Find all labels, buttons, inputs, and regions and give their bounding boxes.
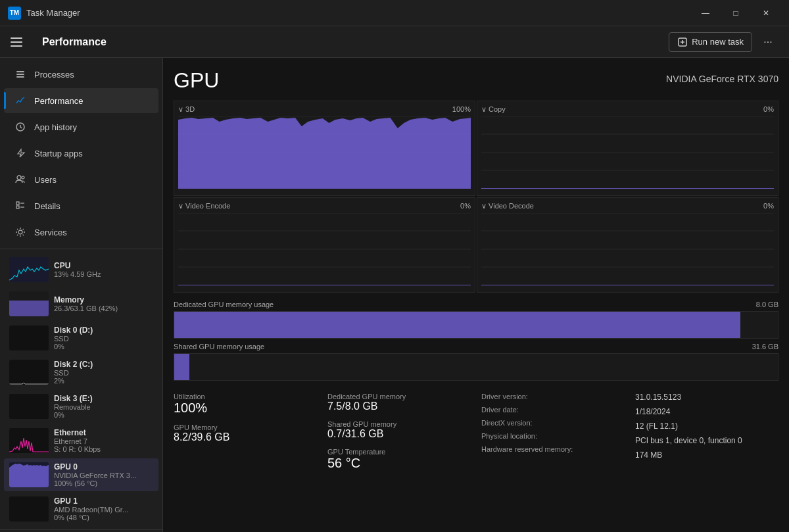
stat-utilization: Utilization 100% [174,393,317,416]
shared-memory-value: 31.6 GB [752,343,778,351]
device-item-disk3[interactable]: Disk 3 (E:) Removable 0% [4,390,158,423]
clock-icon [14,121,26,133]
title-bar: TM Task Manager — □ ✕ [0,0,789,26]
run-icon [677,37,688,47]
disk2-thumbnail [9,360,49,385]
disk3-info: Disk 3 (E:) Removable 0% [54,394,153,419]
stats-grid: Utilization 100% GPU Memory 8.2/39.6 GB … [174,393,778,471]
sidebar-item-details[interactable]: Details [4,193,158,218]
dedicated-memory-section: Dedicated GPU memory usage 8.0 GB [174,301,778,339]
charts-grid: ∨ 3D 100% [174,101,778,293]
svg-point-11 [18,230,22,234]
chart-decode-area [481,213,774,285]
shared-memory-bar [174,353,778,381]
chart-copy-label: ∨ Copy [481,105,506,114]
sidebar: Processes Performance App history [0,58,163,532]
top-bar: Performance Run new task ··· [0,26,789,58]
sidebar-devices: CPU 13% 4.59 GHz Memory 26.3/63.1 GB (42… [0,249,162,529]
main-content: Processes Performance App history [0,58,789,532]
svg-point-5 [17,176,21,180]
details-icon [14,200,26,212]
gpu-header: GPU NVIDIA GeForce RTX 3070 [174,68,778,93]
chart-3d-pct: 100% [452,105,471,114]
svg-marker-13 [9,464,49,487]
chart-3d: ∨ 3D 100% [174,101,475,196]
svg-rect-8 [16,206,19,208]
sidebar-item-services[interactable]: Services [4,220,158,245]
svg-marker-38 [481,285,774,285]
svg-point-6 [22,176,24,179]
gpu-title: GPU [174,68,219,93]
stat-shared-gpu-mem: Shared GPU memory 0.7/31.6 GB [327,420,471,440]
device-item-gpu1[interactable]: GPU 1 AMD Radeon(TM) Gr... 0% (48 °C) [4,493,158,525]
gpu-model: NVIDIA GeForce RTX 3070 [666,74,778,84]
stat-group-3: Driver version: Driver date: DirectX ver… [481,393,625,471]
chart-encode-pct: 0% [460,202,471,210]
hamburger-menu[interactable] [11,32,32,53]
chart-icon [14,95,26,107]
device-item-gpu0[interactable]: GPU 0 NVIDIA GeForce RTX 3... 100% (56 °… [4,458,158,491]
stat-driver-version-label: Driver version: Driver date: DirectX ver… [481,393,625,454]
ethernet-thumbnail [9,428,49,453]
sidebar-nav: Processes Performance App history [0,58,162,249]
window-controls: — □ ✕ [690,3,781,24]
svg-rect-12 [9,301,49,316]
device-item-cpu[interactable]: CPU 13% 4.59 GHz [4,253,158,286]
device-item-disk0[interactable]: Disk 0 (D:) SSD 0% [4,322,158,354]
device-item-memory[interactable]: Memory 26.3/63.1 GB (42%) [4,287,158,320]
shared-memory-section: Shared GPU memory usage 31.6 GB [174,343,778,381]
shared-memory-fill [174,354,189,380]
sidebar-item-startup[interactable]: Startup apps [4,141,158,166]
gpu-panel: GPU NVIDIA GeForce RTX 3070 ∨ 3D 100% [163,58,789,532]
maximize-button[interactable]: □ [721,3,751,24]
gpu1-thumbnail [9,496,49,521]
dedicated-memory-fill [174,312,740,338]
window-title: Task Manager [26,8,690,18]
sidebar-item-processes[interactable]: Processes [4,62,158,87]
app-container: Performance Run new task ··· Processes [0,26,789,532]
svg-rect-1 [16,71,24,72]
top-bar-actions: Run new task ··· [669,32,778,53]
services-icon [14,226,26,238]
cpu-thumbnail [9,257,49,282]
dedicated-memory-value: 8.0 GB [756,301,778,308]
svg-marker-20 [178,118,471,189]
close-button[interactable]: ✕ [751,3,781,24]
svg-rect-7 [16,202,19,205]
users-icon [14,174,26,185]
minimize-button[interactable]: — [690,3,721,24]
sidebar-item-users[interactable]: Users [4,167,158,192]
ethernet-info: Ethernet Ethernet 7 S: 0 R: 0 Kbps [54,428,153,453]
sidebar-settings: Settings [0,529,162,532]
chart-encode-area [178,213,471,285]
dedicated-memory-bar [174,311,778,339]
more-options-button[interactable]: ··· [757,32,778,53]
stat-driver-values: 31.0.15.5123 1/18/2024 12 (FL 12.1) PCI … [635,393,778,460]
svg-rect-2 [16,74,24,75]
stat-dedicated-gpu-mem: Dedicated GPU memory 7.5/8.0 GB [327,393,471,412]
disk3-thumbnail [9,394,49,419]
chart-decode-label: ∨ Video Decode [481,202,534,210]
gpu1-info: GPU 1 AMD Radeon(TM) Gr... 0% (48 °C) [54,496,153,521]
bolt-icon [14,147,26,159]
run-new-task-button[interactable]: Run new task [669,32,752,52]
gpu0-thumbnail [9,462,49,487]
chart-encode-label: ∨ Video Encode [178,202,230,210]
device-item-ethernet[interactable]: Ethernet Ethernet 7 S: 0 R: 0 Kbps [4,424,158,457]
chart-video-encode: ∨ Video Encode 0% [174,197,475,293]
chart-copy-pct: 0% [763,105,774,114]
sidebar-item-app-history[interactable]: App history [4,114,158,139]
sidebar-item-performance[interactable]: Performance [4,88,158,113]
stat-gpu-memory: GPU Memory 8.2/39.6 GB [174,423,317,443]
stat-group-4: 31.0.15.5123 1/18/2024 12 (FL 12.1) PCI … [635,393,778,471]
device-item-disk2[interactable]: Disk 2 (C:) SSD 2% [4,356,158,389]
chart-3d-label: ∨ 3D [178,105,195,114]
chart-3d-area [178,116,471,189]
stat-group-2: Dedicated GPU memory 7.5/8.0 GB Shared G… [327,393,471,471]
memory-info: Memory 26.3/63.1 GB (42%) [54,295,153,312]
cpu-info: CPU 13% 4.59 GHz [54,261,153,278]
disk0-thumbnail [9,326,49,351]
list-icon [14,68,26,80]
page-title: Performance [42,36,669,48]
memory-thumbnail [9,291,49,316]
